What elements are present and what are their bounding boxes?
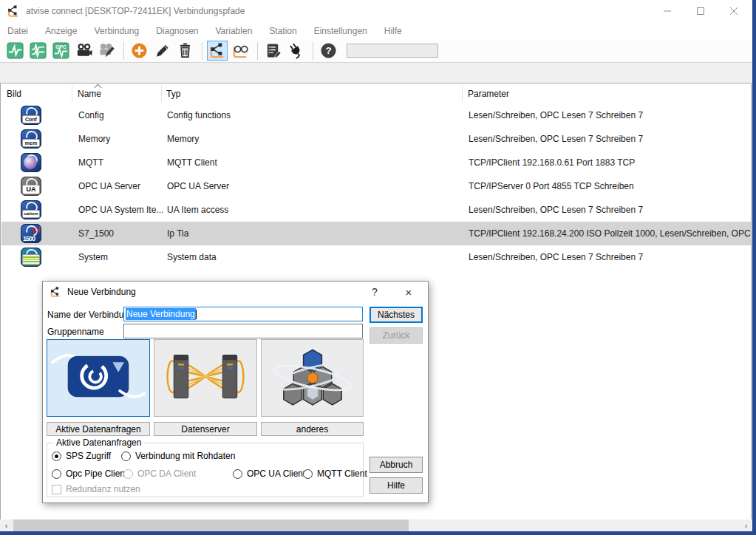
dialog-close-button[interactable]: × [396,282,421,302]
checkbox-icon [52,485,61,494]
edit-icon[interactable] [151,41,172,61]
tile-anderes[interactable] [261,339,364,417]
table-row-config[interactable]: Conf Config Config functions Lesen/Schre… [1,103,751,127]
protocol-list-icon[interactable] [262,41,283,61]
column-divider[interactable] [462,85,463,102]
row-name: System [78,252,164,262]
table-row-opc-ua-system[interactable]: uaitem OPC UA System Ite... UA Item acce… [1,198,751,222]
recorder-edit-icon[interactable] [96,41,117,61]
scroll-left-arrow[interactable]: ‹ [0,519,13,531]
menu-hilfe[interactable]: Hilfe [384,24,409,38]
scrollbar-thumb[interactable] [13,519,409,531]
horizontal-scrollbar[interactable]: ‹ › [0,519,756,531]
column-header-parameter[interactable]: Parameter [468,89,509,99]
scroll-right-arrow[interactable]: › [740,519,752,531]
menubar: Datei Anzeige Verbindung Diagnosen Varia… [0,22,756,39]
text-cursor [196,310,197,319]
mqtt-connection-icon [21,153,41,172]
row-typ: Config functions [167,110,463,120]
radio-opc-ua-client[interactable]: OPC UA Client [233,468,305,479]
column-divider[interactable] [72,85,72,102]
menu-datei[interactable]: Datei [7,24,35,38]
column-header-bild[interactable]: Bild [7,89,21,99]
help-icon[interactable]: ? [318,41,338,61]
tile-datenserver[interactable] [154,339,257,417]
menu-anzeige[interactable]: Anzeige [45,24,84,38]
plug-icon[interactable] [285,41,306,61]
row-parameter: TCP/IPClient 192.168.0.61 Port 1883 TCP [469,157,751,168]
table-row-memory[interactable]: mem Memory Memory Lesen/Schreiben, OPC L… [1,127,751,151]
view-connections-icon[interactable] [230,41,251,61]
radio-sps-zugriff[interactable]: SPS Zugriff [52,451,111,461]
table-row-opc-ua-server[interactable]: UA OPC UA Server OPC UA Server TCP/IPSer… [1,174,751,198]
row-name: OPC UA System Ite... [78,205,164,215]
radio-disabled-icon [123,469,133,479]
row-typ: UA Item access [167,205,463,215]
dialog-title: Neue Verbindung [67,287,136,297]
row-parameter: TCP/IPClient 192.168.24.200 ISO Pollzeit… [469,228,751,239]
row-parameter: Lesen/Schreiben, OPC Lesen 7 Schreiben 7 [469,110,751,120]
row-name: Memory [78,134,164,144]
delete-icon[interactable] [174,41,195,61]
row-parameter: TCP/IPServer 0 Port 4855 TCP Schreiben [469,181,751,191]
group-field-label: Gruppenname [47,327,104,337]
toolbar-separator [313,42,313,60]
row-parameter: Lesen/Schreiben, OPC Lesen 7 Schreiben 7 [469,205,751,215]
anderes-button[interactable]: anderes [261,422,364,436]
menu-variablen[interactable]: Variablen [216,24,260,38]
dialog-app-icon [50,286,61,298]
menu-verbindung[interactable]: Verbindung [94,24,146,38]
cancel-button[interactable]: Abbruch [370,457,423,473]
connection-name-input[interactable]: Neue Verbindung [123,307,363,321]
row-name: S7_1500 [78,228,164,239]
new-connection-dialog: Neue Verbindung ? × Name der Verbindung … [42,281,429,503]
minimize-button[interactable] [650,0,684,22]
row-name: OPC UA Server [78,181,164,191]
aktive-datenanfragen-button[interactable]: Aktive Datenanfragen [47,422,150,436]
filter-input[interactable] [347,44,438,58]
multi-signal-icon[interactable] [27,41,48,61]
window-title: atvise connect [DESKTOP-72411EK] Verbind… [26,6,245,16]
recorder-icon[interactable] [73,41,94,61]
close-button[interactable] [717,0,750,22]
radio-verbindung-mit-rohdaten[interactable]: Verbindung mit Rohdaten [121,451,235,461]
signal-monitor-icon[interactable] [4,41,25,61]
table-row-mqtt[interactable]: MQTT MQTT Client TCP/IPClient 192.168.0.… [1,151,751,174]
dialog-help-button[interactable]: ? [362,282,387,302]
add-connection-icon[interactable] [129,41,149,61]
datenserver-button[interactable]: Datenserver [154,422,257,436]
menu-diagnosen[interactable]: Diagnosen [156,24,205,38]
options-groupbox: Aktive Datenanfragen SPS Zugriff Verbind… [47,443,364,497]
column-divider[interactable] [161,85,162,102]
dialog-titlebar: Neue Verbindung ? × [43,282,428,302]
table-row-s7-1500-selected[interactable]: 1500 S7 S7_1500 Ip Tia TCP/IPClient 192.… [1,222,751,245]
opc-signal-icon[interactable]: OPC [50,41,71,61]
menu-einstellungen[interactable]: Einstellungen [314,24,375,38]
toolbar-separator [123,42,124,60]
svg-text:?: ? [325,45,331,56]
toolbar: OPC ? [0,39,756,63]
row-name: MQTT [78,157,164,168]
tile-aktive-datenanfragen[interactable] [47,339,150,417]
checkbox-redundanz-nutzen: Redundanz nutzen [52,484,140,494]
atvise-logo-image [50,342,147,414]
radio-icon [121,451,131,461]
selected-text: Neue Verbindung [126,308,196,320]
radio-opc-pipe-client[interactable]: Opc Pipe Client [52,468,127,479]
next-button[interactable]: Nächstes [370,307,423,323]
connection-paths-icon[interactable] [207,41,228,61]
menu-station[interactable]: Station [269,24,304,38]
column-header-typ[interactable]: Typ [166,89,180,99]
groupbox-title: Aktive Datenanfragen [53,437,144,448]
toolbar-separator [202,42,202,60]
radio-icon [303,469,313,479]
dialog-help-button-bottom[interactable]: Hilfe [370,477,423,494]
maximize-button[interactable] [684,0,717,22]
titlebar: atvise connect [DESKTOP-72411EK] Verbind… [0,0,756,22]
group-name-input[interactable] [123,324,363,338]
app-logo-icon [7,4,20,18]
row-parameter: Lesen/Schreiben, OPC Lesen 7 Schreiben 7 [469,134,751,144]
s7-1500-connection-icon: 1500 S7 [21,224,41,243]
radio-mqtt-client[interactable]: MQTT Client [303,468,367,479]
table-row-system[interactable]: System System data Lesen/Schreiben, OPC … [1,245,751,269]
